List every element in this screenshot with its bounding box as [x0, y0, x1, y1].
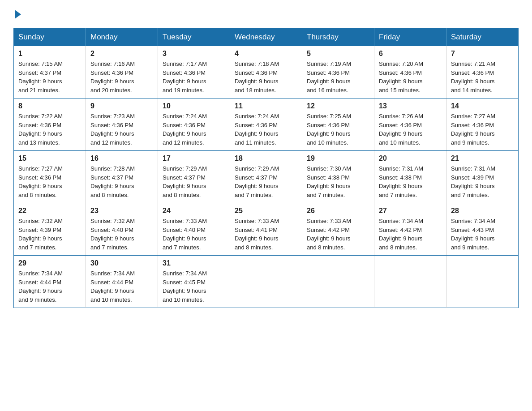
calendar-header-thursday: Thursday [302, 28, 374, 47]
day-number: 16 [90, 154, 153, 163]
calendar-day-cell: 19 Sunrise: 7:30 AM Sunset: 4:38 PM Dayl… [302, 151, 374, 203]
calendar-day-cell [302, 256, 374, 308]
day-info: Sunrise: 7:31 AM Sunset: 4:39 PM Dayligh… [451, 165, 495, 198]
day-info: Sunrise: 7:20 AM Sunset: 4:36 PM Dayligh… [379, 60, 423, 94]
day-info: Sunrise: 7:24 AM Sunset: 4:36 PM Dayligh… [163, 113, 207, 146]
calendar-day-cell: 6 Sunrise: 7:20 AM Sunset: 4:36 PM Dayli… [374, 46, 446, 98]
calendar-day-cell: 24 Sunrise: 7:33 AM Sunset: 4:40 PM Dayl… [158, 203, 230, 256]
calendar-week-row: 8 Sunrise: 7:22 AM Sunset: 4:36 PM Dayli… [14, 98, 519, 151]
calendar-day-cell: 27 Sunrise: 7:34 AM Sunset: 4:42 PM Dayl… [374, 203, 446, 256]
day-info: Sunrise: 7:18 AM Sunset: 4:36 PM Dayligh… [235, 60, 279, 94]
calendar-day-cell [446, 256, 519, 308]
calendar-header-wednesday: Wednesday [230, 28, 302, 47]
calendar-day-cell: 8 Sunrise: 7:22 AM Sunset: 4:36 PM Dayli… [14, 98, 86, 151]
day-number: 31 [163, 259, 225, 267]
calendar-header-friday: Friday [374, 28, 446, 47]
day-number: 30 [90, 259, 153, 267]
day-number: 20 [379, 154, 442, 163]
calendar-day-cell: 18 Sunrise: 7:29 AM Sunset: 4:37 PM Dayl… [230, 151, 302, 203]
day-number: 3 [163, 50, 225, 58]
day-info: Sunrise: 7:15 AM Sunset: 4:37 PM Dayligh… [18, 60, 63, 94]
calendar-day-cell: 26 Sunrise: 7:33 AM Sunset: 4:42 PM Dayl… [302, 203, 374, 256]
day-info: Sunrise: 7:34 AM Sunset: 4:43 PM Dayligh… [451, 218, 495, 251]
calendar-day-cell [374, 256, 446, 308]
day-number: 26 [307, 207, 369, 215]
day-number: 9 [90, 102, 153, 110]
calendar-day-cell: 23 Sunrise: 7:32 AM Sunset: 4:40 PM Dayl… [86, 203, 158, 256]
page-header [13, 9, 519, 19]
calendar-day-cell: 7 Sunrise: 7:21 AM Sunset: 4:36 PM Dayli… [446, 46, 519, 98]
day-info: Sunrise: 7:27 AM Sunset: 4:36 PM Dayligh… [18, 165, 63, 198]
calendar-day-cell: 11 Sunrise: 7:24 AM Sunset: 4:36 PM Dayl… [230, 98, 302, 151]
day-number: 10 [163, 102, 225, 110]
day-number: 11 [235, 102, 297, 110]
day-info: Sunrise: 7:29 AM Sunset: 4:37 PM Dayligh… [163, 165, 207, 198]
day-number: 8 [18, 102, 81, 110]
day-info: Sunrise: 7:26 AM Sunset: 4:36 PM Dayligh… [379, 113, 423, 146]
day-number: 18 [235, 154, 297, 163]
calendar-day-cell: 4 Sunrise: 7:18 AM Sunset: 4:36 PM Dayli… [230, 46, 302, 98]
calendar-day-cell: 30 Sunrise: 7:34 AM Sunset: 4:44 PM Dayl… [86, 256, 158, 308]
day-number: 23 [90, 207, 153, 215]
calendar-day-cell: 2 Sunrise: 7:16 AM Sunset: 4:36 PM Dayli… [86, 46, 158, 98]
day-info: Sunrise: 7:22 AM Sunset: 4:36 PM Dayligh… [18, 113, 63, 146]
calendar-day-cell: 12 Sunrise: 7:25 AM Sunset: 4:36 PM Dayl… [302, 98, 374, 151]
day-info: Sunrise: 7:19 AM Sunset: 4:36 PM Dayligh… [307, 60, 351, 94]
day-info: Sunrise: 7:24 AM Sunset: 4:36 PM Dayligh… [235, 113, 279, 146]
calendar-header-row: SundayMondayTuesdayWednesdayThursdayFrid… [14, 28, 519, 47]
calendar-day-cell: 5 Sunrise: 7:19 AM Sunset: 4:36 PM Dayli… [302, 46, 374, 98]
calendar-day-cell: 10 Sunrise: 7:24 AM Sunset: 4:36 PM Dayl… [158, 98, 230, 151]
day-info: Sunrise: 7:32 AM Sunset: 4:40 PM Dayligh… [90, 218, 135, 251]
day-info: Sunrise: 7:25 AM Sunset: 4:36 PM Dayligh… [307, 113, 351, 146]
day-number: 12 [307, 102, 369, 110]
logo [13, 9, 21, 19]
calendar-week-row: 15 Sunrise: 7:27 AM Sunset: 4:36 PM Dayl… [14, 151, 519, 203]
calendar-week-row: 22 Sunrise: 7:32 AM Sunset: 4:39 PM Dayl… [14, 203, 519, 256]
calendar-day-cell: 16 Sunrise: 7:28 AM Sunset: 4:37 PM Dayl… [86, 151, 158, 203]
day-number: 22 [18, 207, 81, 215]
calendar-day-cell: 17 Sunrise: 7:29 AM Sunset: 4:37 PM Dayl… [158, 151, 230, 203]
day-number: 25 [235, 207, 297, 215]
day-info: Sunrise: 7:34 AM Sunset: 4:44 PM Dayligh… [18, 270, 63, 303]
calendar-day-cell: 9 Sunrise: 7:23 AM Sunset: 4:36 PM Dayli… [86, 98, 158, 151]
day-info: Sunrise: 7:31 AM Sunset: 4:38 PM Dayligh… [379, 165, 423, 198]
day-info: Sunrise: 7:17 AM Sunset: 4:36 PM Dayligh… [163, 60, 207, 94]
day-info: Sunrise: 7:33 AM Sunset: 4:40 PM Dayligh… [163, 218, 207, 251]
day-number: 27 [379, 207, 442, 215]
day-number: 19 [307, 154, 369, 163]
day-number: 29 [18, 259, 81, 267]
calendar-day-cell: 28 Sunrise: 7:34 AM Sunset: 4:43 PM Dayl… [446, 203, 519, 256]
day-info: Sunrise: 7:30 AM Sunset: 4:38 PM Dayligh… [307, 165, 351, 198]
day-info: Sunrise: 7:29 AM Sunset: 4:37 PM Dayligh… [235, 165, 279, 198]
day-number: 4 [235, 50, 297, 58]
day-info: Sunrise: 7:34 AM Sunset: 4:42 PM Dayligh… [379, 218, 423, 251]
calendar-header-tuesday: Tuesday [158, 28, 230, 47]
day-number: 17 [163, 154, 225, 163]
calendar-day-cell: 22 Sunrise: 7:32 AM Sunset: 4:39 PM Dayl… [14, 203, 86, 256]
day-info: Sunrise: 7:33 AM Sunset: 4:41 PM Dayligh… [235, 218, 279, 251]
day-info: Sunrise: 7:34 AM Sunset: 4:44 PM Dayligh… [90, 270, 135, 303]
day-info: Sunrise: 7:32 AM Sunset: 4:39 PM Dayligh… [18, 218, 63, 251]
calendar-day-cell: 21 Sunrise: 7:31 AM Sunset: 4:39 PM Dayl… [446, 151, 519, 203]
calendar-day-cell: 3 Sunrise: 7:17 AM Sunset: 4:36 PM Dayli… [158, 46, 230, 98]
calendar-day-cell: 13 Sunrise: 7:26 AM Sunset: 4:36 PM Dayl… [374, 98, 446, 151]
day-number: 24 [163, 207, 225, 215]
calendar-week-row: 29 Sunrise: 7:34 AM Sunset: 4:44 PM Dayl… [14, 256, 519, 308]
calendar-day-cell: 31 Sunrise: 7:34 AM Sunset: 4:45 PM Dayl… [158, 256, 230, 308]
day-info: Sunrise: 7:21 AM Sunset: 4:36 PM Dayligh… [451, 60, 495, 94]
calendar-header-saturday: Saturday [446, 28, 519, 47]
day-number: 5 [307, 50, 369, 58]
calendar-day-cell: 15 Sunrise: 7:27 AM Sunset: 4:36 PM Dayl… [14, 151, 86, 203]
day-number: 28 [451, 207, 514, 215]
day-number: 14 [451, 102, 514, 110]
calendar-header-sunday: Sunday [14, 28, 86, 47]
calendar-day-cell: 14 Sunrise: 7:27 AM Sunset: 4:36 PM Dayl… [446, 98, 519, 151]
calendar-table: SundayMondayTuesdayWednesdayThursdayFrid… [13, 28, 519, 308]
day-info: Sunrise: 7:28 AM Sunset: 4:37 PM Dayligh… [90, 165, 135, 198]
day-number: 7 [451, 50, 514, 58]
calendar-body: 1 Sunrise: 7:15 AM Sunset: 4:37 PM Dayli… [14, 46, 519, 308]
day-info: Sunrise: 7:16 AM Sunset: 4:36 PM Dayligh… [90, 60, 135, 94]
calendar-week-row: 1 Sunrise: 7:15 AM Sunset: 4:37 PM Dayli… [14, 46, 519, 98]
day-number: 21 [451, 154, 514, 163]
calendar-header-monday: Monday [86, 28, 158, 47]
